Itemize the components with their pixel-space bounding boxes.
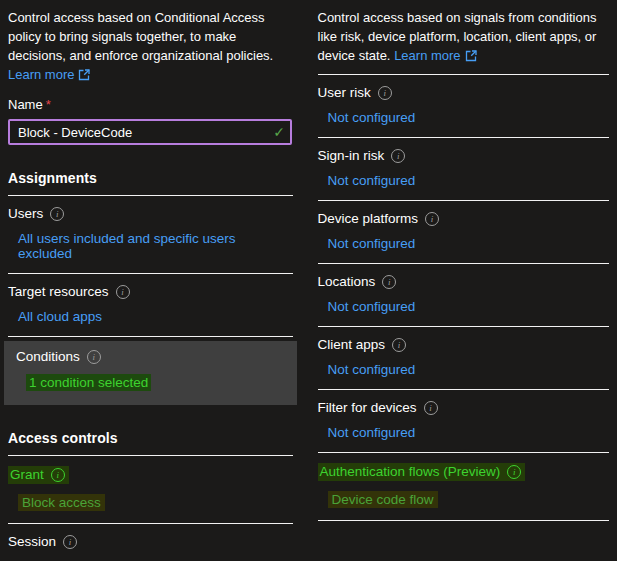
divider bbox=[318, 263, 610, 264]
sign-in-risk-label: Sign-in risk bbox=[318, 148, 385, 163]
user-risk-label: User risk bbox=[318, 85, 371, 100]
conditions-column: Control access based on signals from con… bbox=[309, 0, 617, 561]
policy-column: Control access based on Conditional Acce… bbox=[0, 0, 309, 561]
info-icon[interactable]: i bbox=[378, 86, 392, 100]
access-controls-section-title: Access controls bbox=[8, 430, 293, 446]
target-resources-value-link[interactable]: All cloud apps bbox=[18, 309, 102, 324]
divider bbox=[318, 326, 610, 327]
policy-description: Control access based on Conditional Acce… bbox=[8, 8, 293, 84]
users-label: Users bbox=[8, 206, 43, 221]
info-icon[interactable]: i bbox=[63, 535, 77, 549]
external-link-icon bbox=[78, 69, 90, 81]
divider bbox=[318, 452, 610, 453]
assignments-section-title: Assignments bbox=[8, 170, 293, 186]
divider bbox=[8, 523, 293, 524]
users-item: Users i All users included and specific … bbox=[8, 206, 293, 274]
authentication-flows-label: Authentication flows (Preview) bbox=[320, 464, 501, 479]
grant-value-link[interactable]: Block access bbox=[18, 494, 105, 511]
authentication-flows-label-wrap: Authentication flows (Preview) i bbox=[318, 463, 526, 481]
device-platforms-item: Device platforms i Not configured bbox=[318, 211, 610, 264]
policy-description-text: Control access based on Conditional Acce… bbox=[8, 10, 273, 63]
filter-for-devices-item: Filter for devices i Not configured bbox=[318, 400, 610, 453]
user-risk-value-link[interactable]: Not configured bbox=[328, 110, 416, 125]
filter-for-devices-value-link[interactable]: Not configured bbox=[328, 425, 416, 440]
divider bbox=[318, 389, 610, 390]
device-platforms-label: Device platforms bbox=[318, 211, 419, 226]
required-asterisk: * bbox=[46, 97, 51, 112]
divider bbox=[318, 520, 610, 521]
info-icon[interactable]: i bbox=[50, 207, 64, 221]
target-resources-item: Target resources i All cloud apps bbox=[8, 284, 293, 337]
info-icon[interactable]: i bbox=[507, 465, 521, 479]
info-icon[interactable]: i bbox=[391, 149, 405, 163]
name-input-wrap: ✓ bbox=[8, 119, 292, 145]
name-input[interactable] bbox=[8, 119, 292, 145]
grant-item: Grant i Block access bbox=[8, 466, 293, 524]
grant-label-wrap: Grant i bbox=[8, 466, 69, 484]
external-link-icon bbox=[465, 50, 477, 62]
users-value-link[interactable]: All users included and specific users ex… bbox=[18, 231, 293, 261]
conditions-value-link[interactable]: 1 condition selected bbox=[26, 374, 151, 391]
grant-label: Grant bbox=[10, 467, 44, 482]
learn-more-label: Learn more bbox=[8, 65, 74, 84]
learn-more-label: Learn more bbox=[394, 46, 460, 65]
conditions-label: Conditions bbox=[16, 349, 80, 364]
locations-label: Locations bbox=[318, 274, 376, 289]
name-field-label: Name* bbox=[8, 97, 293, 112]
valid-checkmark-icon: ✓ bbox=[273, 125, 285, 139]
learn-more-link[interactable]: Learn more bbox=[394, 46, 476, 65]
info-icon[interactable]: i bbox=[116, 285, 130, 299]
divider bbox=[318, 137, 610, 138]
info-icon[interactable]: i bbox=[425, 212, 439, 226]
session-label: Session bbox=[8, 534, 56, 549]
learn-more-link[interactable]: Learn more bbox=[8, 65, 90, 84]
divider bbox=[318, 74, 610, 75]
info-icon[interactable]: i bbox=[87, 350, 101, 364]
divider bbox=[8, 336, 293, 337]
conditions-description: Control access based on signals from con… bbox=[318, 8, 610, 65]
divider bbox=[8, 195, 293, 196]
client-apps-item: Client apps i Not configured bbox=[318, 337, 610, 390]
info-icon[interactable]: i bbox=[382, 275, 396, 289]
sign-in-risk-value-link[interactable]: Not configured bbox=[328, 173, 416, 188]
sign-in-risk-item: Sign-in risk i Not configured bbox=[318, 148, 610, 201]
divider bbox=[8, 273, 293, 274]
name-label-text: Name bbox=[8, 97, 43, 112]
conditions-item[interactable]: Conditions i 1 condition selected bbox=[4, 341, 297, 405]
divider bbox=[318, 200, 610, 201]
filter-for-devices-label: Filter for devices bbox=[318, 400, 417, 415]
info-icon[interactable]: i bbox=[424, 401, 438, 415]
user-risk-item: User risk i Not configured bbox=[318, 85, 610, 138]
conditional-access-panel: Control access based on Conditional Acce… bbox=[0, 0, 617, 561]
client-apps-value-link[interactable]: Not configured bbox=[328, 362, 416, 377]
target-resources-label: Target resources bbox=[8, 284, 109, 299]
info-icon[interactable]: i bbox=[392, 338, 406, 352]
info-icon[interactable]: i bbox=[51, 468, 65, 482]
authentication-flows-value-link[interactable]: Device code flow bbox=[328, 491, 438, 508]
client-apps-label: Client apps bbox=[318, 337, 386, 352]
session-item: Session i 0 controls selected bbox=[8, 534, 293, 561]
authentication-flows-item: Authentication flows (Preview) i Device … bbox=[318, 463, 610, 521]
divider bbox=[8, 455, 293, 456]
locations-value-link[interactable]: Not configured bbox=[328, 299, 416, 314]
device-platforms-value-link[interactable]: Not configured bbox=[328, 236, 416, 251]
locations-item: Locations i Not configured bbox=[318, 274, 610, 327]
